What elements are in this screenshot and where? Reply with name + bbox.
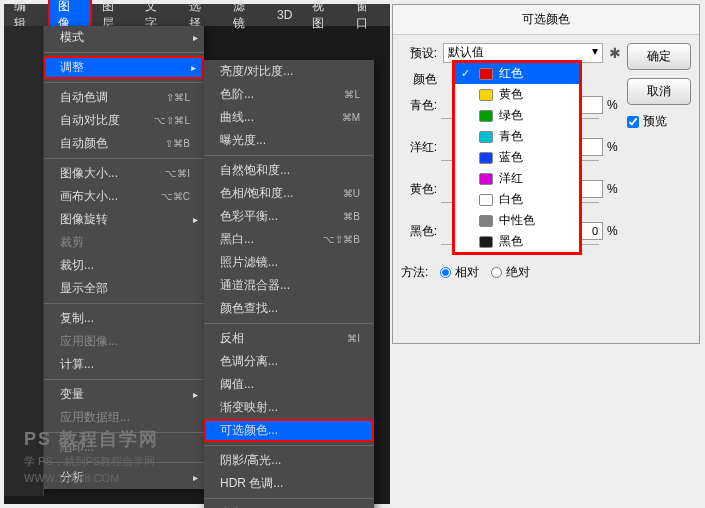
menu-item-滤镜[interactable]: 滤镜 xyxy=(223,0,267,35)
submenu-item[interactable]: 渐变映射... xyxy=(204,396,374,419)
submenu-item[interactable]: 颜色查找... xyxy=(204,297,374,320)
submenu-item[interactable]: 曝光度... xyxy=(204,129,374,152)
image-menu[interactable]: 模式调整自动色调⇧⌘L自动对比度⌥⇧⌘L自动颜色⇧⌘B图像大小...⌥⌘I画布大… xyxy=(44,26,204,489)
color-swatch xyxy=(479,89,493,101)
percent-label: % xyxy=(607,98,621,112)
watermark: PS 教程自学网 学 PS，就到PS教程自学网 WWW.16XX8.COM xyxy=(24,426,159,486)
menu-item[interactable]: 计算... xyxy=(44,353,204,376)
adjustments-submenu[interactable]: 亮度/对比度...色阶...⌘L曲线...⌘M曝光度...自然饱和度...色相/… xyxy=(204,60,374,508)
color-option[interactable]: ✓红色 xyxy=(455,63,579,84)
color-option[interactable]: 绿色 xyxy=(455,105,579,126)
menu-item-窗口[interactable]: 窗口 xyxy=(346,0,390,35)
percent-label: % xyxy=(607,224,621,238)
color-swatch xyxy=(479,152,493,164)
color-swatch xyxy=(479,194,493,206)
watermark-url: WWW.16XX8.COM xyxy=(24,470,159,487)
color-swatch xyxy=(479,110,493,122)
color-option[interactable]: 黄色 xyxy=(455,84,579,105)
submenu-item[interactable]: 自然饱和度... xyxy=(204,159,374,182)
submenu-item[interactable]: 阴影/高光... xyxy=(204,449,374,472)
menu-item[interactable]: 变量 xyxy=(44,383,204,406)
color-dropdown[interactable]: ✓红色黄色绿色青色蓝色洋红白色中性色黑色 xyxy=(452,60,582,255)
preset-label: 预设: xyxy=(401,45,437,62)
submenu-item[interactable]: 色阶...⌘L xyxy=(204,83,374,106)
color-option[interactable]: 黑色 xyxy=(455,231,579,252)
submenu-item[interactable]: 色调分离... xyxy=(204,350,374,373)
submenu-item[interactable]: 可选颜色... xyxy=(204,419,374,442)
watermark-subtitle: 学 PS，就到PS教程自学网 xyxy=(24,453,159,470)
method-absolute-radio[interactable]: 绝对 xyxy=(491,264,530,281)
color-swatch xyxy=(479,173,493,185)
method-relative-radio[interactable]: 相对 xyxy=(440,264,479,281)
menu-item[interactable]: 裁切... xyxy=(44,254,204,277)
menu-item[interactable]: 显示全部 xyxy=(44,277,204,300)
menu-item-3D[interactable]: 3D xyxy=(267,5,302,25)
menu-item[interactable]: 自动对比度⌥⇧⌘L xyxy=(44,109,204,132)
menu-item[interactable]: 模式 xyxy=(44,26,204,49)
dialog-title: 可选颜色 xyxy=(393,5,699,35)
menu-item[interactable]: 自动色调⇧⌘L xyxy=(44,86,204,109)
menu-item[interactable]: 调整 xyxy=(44,56,204,79)
submenu-item[interactable]: 色相/饱和度...⌘U xyxy=(204,182,374,205)
preset-gear-icon[interactable]: ✱ xyxy=(609,45,621,61)
submenu-item[interactable]: 通道混合器... xyxy=(204,274,374,297)
color-swatch xyxy=(479,131,493,143)
slider-label: 黄色: xyxy=(401,181,437,198)
color-option[interactable]: 中性色 xyxy=(455,210,579,231)
percent-label: % xyxy=(607,182,621,196)
slider-label: 黑色: xyxy=(401,223,437,240)
menu-item-视图[interactable]: 视图 xyxy=(302,0,346,35)
ok-button[interactable]: 确定 xyxy=(627,43,691,70)
submenu-item: 去色⇧⌘U xyxy=(204,502,374,508)
submenu-item[interactable]: HDR 色调... xyxy=(204,472,374,495)
menu-item[interactable]: 复制... xyxy=(44,307,204,330)
submenu-item[interactable]: 曲线...⌘M xyxy=(204,106,374,129)
color-option[interactable]: 白色 xyxy=(455,189,579,210)
slider-label: 青色: xyxy=(401,97,437,114)
color-option[interactable]: 洋红 xyxy=(455,168,579,189)
photoshop-window: 编辑图像图层文字选择滤镜3D视图窗口 模式调整自动色调⇧⌘L自动对比度⌥⇧⌘L自… xyxy=(4,4,390,504)
menu-item: 裁剪 xyxy=(44,231,204,254)
cancel-button[interactable]: 取消 xyxy=(627,78,691,105)
menu-item[interactable]: 图像大小...⌥⌘I xyxy=(44,162,204,185)
menu-item[interactable]: 画布大小...⌥⌘C xyxy=(44,185,204,208)
color-label: 颜色 xyxy=(401,71,437,88)
submenu-item[interactable]: 亮度/对比度... xyxy=(204,60,374,83)
menubar: 编辑图像图层文字选择滤镜3D视图窗口 xyxy=(4,4,390,26)
submenu-item[interactable]: 反相⌘I xyxy=(204,327,374,350)
color-option[interactable]: 青色 xyxy=(455,126,579,147)
submenu-item[interactable]: 色彩平衡...⌘B xyxy=(204,205,374,228)
menu-item[interactable]: 图像旋转 xyxy=(44,208,204,231)
color-swatch xyxy=(479,215,493,227)
slider-label: 洋红: xyxy=(401,139,437,156)
menu-item: 应用图像... xyxy=(44,330,204,353)
percent-label: % xyxy=(607,140,621,154)
submenu-item[interactable]: 黑白...⌥⇧⌘B xyxy=(204,228,374,251)
watermark-title: PS 教程自学网 xyxy=(24,426,159,453)
menu-item[interactable]: 自动颜色⇧⌘B xyxy=(44,132,204,155)
submenu-item[interactable]: 照片滤镜... xyxy=(204,251,374,274)
color-option[interactable]: 蓝色 xyxy=(455,147,579,168)
method-label: 方法: xyxy=(401,264,428,281)
submenu-item[interactable]: 阈值... xyxy=(204,373,374,396)
preview-checkbox[interactable]: 预览 xyxy=(627,113,691,130)
color-swatch xyxy=(479,68,493,80)
color-swatch xyxy=(479,236,493,248)
